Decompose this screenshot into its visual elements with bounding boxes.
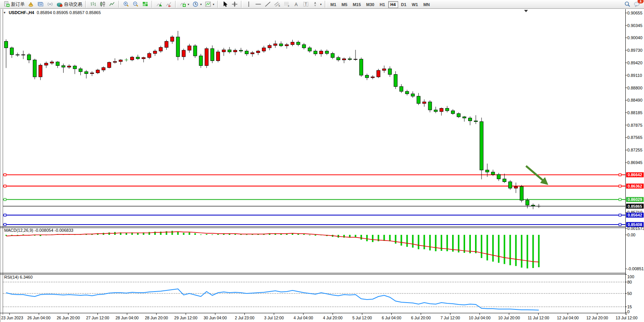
hline-endpoint-marker[interactable] [4, 198, 6, 201]
candle-up [342, 59, 346, 60]
macd-histogram-bar [515, 235, 516, 266]
macd-histogram-bar [532, 235, 534, 268]
candle-down [279, 44, 283, 46]
candle-up [371, 77, 375, 78]
candle-down [463, 117, 466, 118]
candle-down [360, 59, 363, 75]
price-tick-label: 0.90655 [627, 11, 642, 15]
candle-down [239, 50, 243, 51]
candle-down [480, 122, 483, 170]
time-tick-label: 4 Jul 20:00 [323, 316, 343, 320]
time-tick-label: 3 Jul 12:00 [264, 316, 284, 320]
candle-up [377, 70, 380, 77]
time-tick-label: 11 Jul 12:00 [528, 316, 549, 320]
candle-down [5, 41, 8, 48]
candle-down [33, 60, 37, 77]
macd-histogram-bar [148, 232, 150, 235]
candle-down [486, 170, 489, 172]
chart-symbol-period: USDCHF-,H4 [9, 10, 34, 15]
price-tick-label: 0.87255 [627, 148, 642, 152]
hline-endpoint-marker[interactable] [4, 174, 6, 176]
candle-up [354, 59, 357, 59]
macd-histogram-bar [538, 235, 540, 267]
candle-up [39, 65, 42, 77]
candle-up [90, 73, 94, 73]
time-tick-label: 12 Jul 04:00 [557, 316, 579, 320]
time-tick-label: 6 Jul 04:00 [382, 316, 402, 320]
macd-histogram-bar [424, 235, 425, 249]
macd-histogram-bar [406, 235, 408, 247]
hline-endpoint-marker[interactable] [619, 198, 621, 201]
macd-histogram-bar [315, 235, 316, 236]
candle-down [348, 59, 352, 59]
candle-down [336, 57, 340, 60]
candle-up [319, 51, 323, 54]
macd-histogram-bar [177, 232, 179, 235]
hline-endpoint-marker[interactable] [4, 214, 6, 216]
time-tick-label: 10 Jul 04:00 [469, 316, 491, 320]
candle-up [148, 53, 151, 57]
candle-down [474, 121, 478, 121]
macd-histogram-bar [200, 234, 202, 235]
candle-down [79, 69, 82, 72]
rsi-scale-label: 15 [627, 304, 632, 309]
candle-down [62, 65, 65, 67]
hline-endpoint-marker[interactable] [619, 214, 621, 216]
macd-histogram-bar [234, 234, 236, 235]
time-tick-label: 30 Jun 04:00 [204, 316, 227, 320]
macd-histogram-bar [464, 235, 465, 253]
hline-price-badge-label: 0.86362 [628, 184, 642, 188]
candle-down [56, 62, 59, 66]
macd-histogram-bar [212, 234, 213, 235]
chart-title: ▼ USDCHF-,H4 0.85894 0.85905 0.85857 0.8… [3, 10, 101, 15]
time-axis [10, 313, 626, 315]
time-tick-label: 4 Jul 04:00 [293, 316, 313, 320]
candle-up [422, 102, 426, 104]
macd-histogram-bar [355, 235, 356, 237]
macd-histogram-bar [366, 235, 368, 241]
chart-canvas[interactable]: 0.906550.903450.900400.897300.894200.891… [0, 0, 644, 322]
hline-endpoint-marker[interactable] [4, 185, 6, 187]
price-tick-label: 0.89110 [627, 73, 642, 78]
candle-up [251, 53, 254, 54]
hline-endpoint-marker[interactable] [4, 223, 6, 226]
candle-down [520, 187, 523, 200]
chart-shift-marker[interactable] [524, 10, 528, 12]
hline-price-badge-label: 0.85642 [628, 213, 642, 217]
candle-up [383, 69, 386, 70]
rsi-scale-label: 0 [627, 309, 630, 314]
candle-up [205, 49, 208, 66]
candle-down [176, 37, 180, 57]
macd-scale-label: 0.00 [627, 233, 635, 237]
hline-price-badge-label: 0.86642 [628, 172, 642, 177]
candle-down [16, 55, 19, 55]
rsi-scale-label: 80 [627, 280, 632, 284]
time-tick-label: 2 Jul 23:00 [235, 316, 255, 320]
macd-histogram-bar [412, 235, 414, 248]
macd-histogram-bar [303, 234, 305, 235]
hline-endpoint-marker[interactable] [619, 185, 621, 187]
candle-down [526, 200, 529, 205]
candle-down [503, 179, 506, 182]
candle-down [331, 53, 334, 57]
macd-histogram-bar [481, 235, 482, 258]
candle-down [296, 42, 300, 45]
time-tick-label: 13 Jul 12:00 [616, 316, 638, 320]
hline-endpoint-marker[interactable] [619, 223, 621, 226]
macd-histogram-bar [395, 235, 396, 244]
one-click-trading-toggle-icon[interactable]: ▼ [3, 11, 6, 14]
candle-down [193, 46, 197, 56]
candle-down [417, 96, 420, 104]
candle-up [257, 51, 260, 53]
macd-scale-label: 0.001573 [627, 226, 644, 231]
candle-up [50, 62, 54, 63]
candle-up [171, 37, 174, 41]
macd-histogram-bar [206, 234, 207, 235]
candle-down [457, 113, 460, 116]
current-price-badge-label: 0.85865 [628, 204, 642, 209]
price-tick-label: 0.87565 [627, 135, 642, 140]
candle-down [308, 48, 311, 51]
hline-endpoint-marker[interactable] [619, 174, 621, 176]
macd-histogram-bar [452, 235, 454, 252]
candle-down [302, 45, 306, 48]
